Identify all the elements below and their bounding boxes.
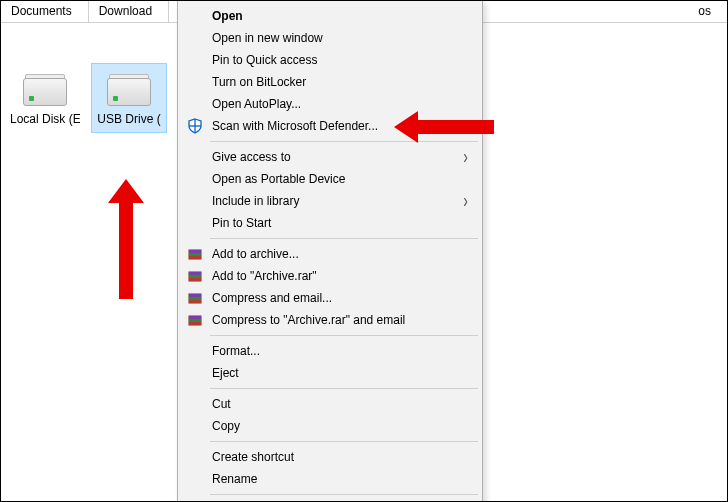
winrar-icon: [186, 311, 204, 329]
menu-format[interactable]: Format...: [180, 340, 480, 362]
menu-separator: [210, 494, 478, 495]
menu-create-shortcut[interactable]: Create shortcut: [180, 446, 480, 468]
menu-item-label: Add to "Archive.rar": [212, 269, 317, 283]
svg-rect-5: [189, 256, 201, 259]
winrar-icon: [186, 289, 204, 307]
menu-eject[interactable]: Eject: [180, 362, 480, 384]
menu-separator: [210, 388, 478, 389]
svg-rect-12: [189, 297, 201, 300]
menu-add-archive-rar[interactable]: Add to "Archive.rar": [180, 265, 480, 287]
svg-rect-17: [189, 322, 201, 325]
menu-include-library[interactable]: Include in library: [180, 190, 480, 212]
menu-autoplay[interactable]: Open AutoPlay...: [180, 93, 480, 115]
svg-rect-11: [189, 294, 201, 297]
winrar-icon: [186, 245, 204, 263]
svg-rect-13: [189, 300, 201, 303]
menu-separator: [210, 141, 478, 142]
menu-separator: [210, 238, 478, 239]
menu-item-label: Add to archive...: [212, 247, 299, 261]
menu-copy[interactable]: Copy: [180, 415, 480, 437]
menu-compress-email[interactable]: Compress and email...: [180, 287, 480, 309]
menu-separator: [210, 441, 478, 442]
hard-drive-icon: [21, 70, 69, 106]
drive-usb[interactable]: USB Drive (: [91, 63, 167, 133]
menu-separator: [210, 335, 478, 336]
drive-label: Local Disk (E:): [10, 112, 80, 126]
menu-pin-start[interactable]: Pin to Start: [180, 212, 480, 234]
menu-item-label: Compress and email...: [212, 291, 332, 305]
menu-open-portable[interactable]: Open as Portable Device: [180, 168, 480, 190]
menu-compress-archive-email[interactable]: Compress to "Archive.rar" and email: [180, 309, 480, 331]
menu-add-archive[interactable]: Add to archive...: [180, 243, 480, 265]
menu-rename[interactable]: Rename: [180, 468, 480, 490]
tab-os[interactable]: os: [688, 1, 727, 22]
menu-cut[interactable]: Cut: [180, 393, 480, 415]
hard-drive-icon: [105, 70, 153, 106]
defender-shield-icon: [186, 117, 204, 135]
menu-item-label: Compress to "Archive.rar" and email: [212, 313, 405, 327]
tab-documents[interactable]: Documents: [1, 1, 89, 22]
context-menu: Open Open in new window Pin to Quick acc…: [177, 0, 483, 502]
svg-rect-15: [189, 316, 201, 319]
svg-rect-9: [189, 278, 201, 281]
menu-give-access-to[interactable]: Give access to: [180, 146, 480, 168]
drive-local-disk-e[interactable]: Local Disk (E:): [7, 63, 83, 133]
svg-rect-16: [189, 319, 201, 322]
menu-pin-quick-access[interactable]: Pin to Quick access: [180, 49, 480, 71]
menu-bitlocker[interactable]: Turn on BitLocker: [180, 71, 480, 93]
winrar-icon: [186, 267, 204, 285]
menu-item-label: Scan with Microsoft Defender...: [212, 119, 378, 133]
menu-open-new-window[interactable]: Open in new window: [180, 27, 480, 49]
svg-rect-4: [189, 253, 201, 256]
svg-rect-7: [189, 272, 201, 275]
svg-rect-3: [189, 250, 201, 253]
menu-scan-defender[interactable]: Scan with Microsoft Defender...: [180, 115, 480, 137]
drive-label: USB Drive (: [94, 112, 164, 126]
tab-downloads[interactable]: Download: [89, 1, 169, 22]
svg-rect-8: [189, 275, 201, 278]
menu-open[interactable]: Open: [180, 5, 480, 27]
